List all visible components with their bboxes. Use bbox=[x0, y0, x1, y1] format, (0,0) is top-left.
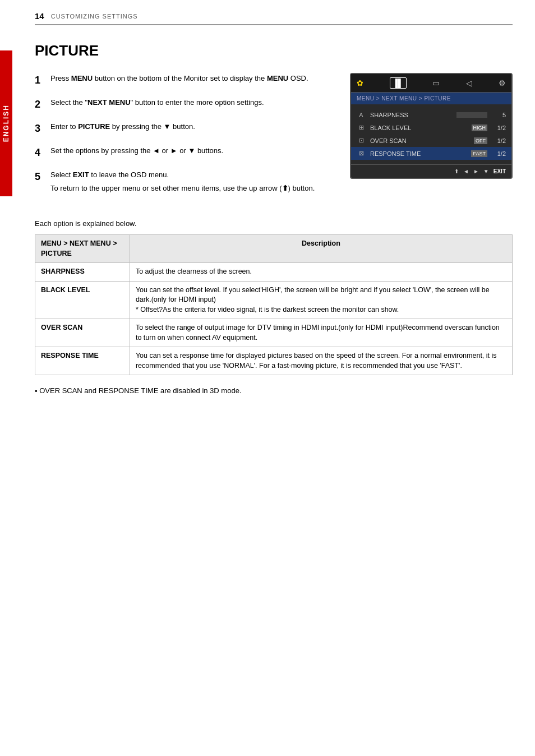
note-text: OVER SCAN and RESPONSE TIME are disabled… bbox=[35, 386, 513, 395]
osd-tag-black-level: HIGH bbox=[472, 125, 488, 131]
row-black-level-desc: You can set the offset level. If you sel… bbox=[130, 281, 512, 319]
description-table: MENU > NEXT MENU > PICTURE Description S… bbox=[35, 234, 513, 375]
osd-breadcrumb: MENU > NEXT MENU > PICTURE bbox=[351, 93, 511, 104]
osd-name-sharpness: SHARPNESS bbox=[370, 112, 452, 118]
osd-container: ✿ ▐▌ ▭ ◁ ⚙ MENU > NEXT MENU > PICTURE A … bbox=[350, 73, 513, 202]
osd-icon-monitor: ▭ bbox=[432, 79, 440, 87]
osd-val-over-scan: 1/2 bbox=[492, 137, 506, 144]
language-sidebar: ENGLISH bbox=[0, 50, 12, 196]
osd-val-response-time: 1/2 bbox=[492, 150, 506, 157]
osd-bottom-bar: ⬆ ◄ ► ▼ EXIT bbox=[351, 164, 511, 178]
step-num-3: 3 bbox=[35, 121, 45, 136]
osd-nav-down: ▼ bbox=[483, 168, 489, 174]
step-num-5: 5 bbox=[35, 169, 45, 193]
two-column-layout: 1 Press MENU button on the bottom of the… bbox=[35, 73, 513, 202]
osd-nav-right: ► bbox=[473, 168, 479, 174]
step-text-1: Press MENU button on the bottom of the M… bbox=[50, 73, 308, 88]
osd-menu-items: A SHARPNESS 5 ⊞ BLACK LEVEL HIGH 1/2 bbox=[351, 104, 511, 164]
osd-screen: ✿ ▐▌ ▭ ◁ ⚙ MENU > NEXT MENU > PICTURE A … bbox=[350, 73, 513, 179]
step-num-2: 2 bbox=[35, 97, 45, 112]
osd-tag-over-scan: OFF bbox=[474, 137, 487, 144]
col2-header: Description bbox=[130, 235, 512, 263]
osd-nav-back: ⬆ bbox=[454, 168, 459, 174]
row-over-scan-desc: To select the range of output image for … bbox=[130, 319, 512, 347]
osd-icon-black-level: ⊞ bbox=[357, 124, 366, 131]
osd-row-sharpness: A SHARPNESS 5 bbox=[351, 109, 511, 121]
osd-icon-over-scan: ⊡ bbox=[357, 137, 366, 144]
osd-row-black-level: ⊞ BLACK LEVEL HIGH 1/2 bbox=[351, 121, 511, 134]
step-text-2: Select the "NEXT MENU" button to enter t… bbox=[50, 97, 264, 112]
table-row: OVER SCAN To select the range of output … bbox=[35, 319, 513, 347]
osd-val-black-level: 1/2 bbox=[492, 125, 506, 131]
step-5: 5 Select EXIT to leave the OSD menu. To … bbox=[35, 169, 333, 193]
table-row: RESPONSE TIME You can set a response tim… bbox=[35, 347, 513, 375]
page-title-header: CUSTOMIZING SETTINGS bbox=[51, 13, 138, 20]
row-black-level-name: BLACK LEVEL bbox=[35, 281, 130, 319]
osd-exit-button: EXIT bbox=[494, 168, 506, 174]
section-title: PICTURE bbox=[35, 42, 513, 59]
language-label: ENGLISH bbox=[2, 104, 10, 142]
step-text-4: Set the options by pressing the ◄ or ► o… bbox=[50, 145, 223, 160]
osd-icon-settings: ⚙ bbox=[499, 79, 506, 87]
osd-top-bar: ✿ ▐▌ ▭ ◁ ⚙ bbox=[351, 74, 511, 93]
step-4: 4 Set the options by pressing the ◄ or ►… bbox=[35, 145, 333, 160]
step-num-1: 1 bbox=[35, 73, 45, 88]
step-text-3: Enter to PICTURE by pressing the ▼ butto… bbox=[50, 121, 195, 136]
osd-val-sharpness: 5 bbox=[492, 112, 506, 118]
main-content: 14 CUSTOMIZING SETTINGS PICTURE 1 Press … bbox=[12, 0, 535, 406]
row-response-time-desc: You can set a response time for displaye… bbox=[130, 347, 512, 375]
osd-name-over-scan: OVER SCAN bbox=[370, 137, 469, 144]
row-response-time-name: RESPONSE TIME bbox=[35, 347, 130, 375]
table-header-row: MENU > NEXT MENU > PICTURE Description bbox=[35, 235, 513, 263]
row-sharpness-desc: To adjust the clearness of the screen. bbox=[130, 263, 512, 282]
osd-bar-sharpness bbox=[456, 112, 487, 118]
osd-icon-response-time: ⊠ bbox=[357, 150, 366, 157]
step-num-4: 4 bbox=[35, 145, 45, 160]
step-3: 3 Enter to PICTURE by pressing the ▼ but… bbox=[35, 121, 333, 136]
osd-icon-brightness: ✿ bbox=[357, 79, 363, 87]
osd-name-black-level: BLACK LEVEL bbox=[370, 125, 467, 131]
step-text-5: Select EXIT to leave the OSD menu. To re… bbox=[50, 169, 315, 193]
osd-row-response-time: ⊠ RESPONSE TIME FAST 1/2 bbox=[351, 147, 511, 160]
table-row: SHARPNESS To adjust the clearness of the… bbox=[35, 263, 513, 282]
osd-icon-sharpness: A bbox=[357, 112, 366, 118]
row-sharpness-name: SHARPNESS bbox=[35, 263, 130, 282]
col1-header: MENU > NEXT MENU > PICTURE bbox=[35, 235, 130, 263]
instructions-panel: 1 Press MENU button on the bottom of the… bbox=[35, 73, 333, 202]
page-number: 14 bbox=[35, 11, 44, 21]
osd-row-over-scan: ⊡ OVER SCAN OFF 1/2 bbox=[351, 134, 511, 147]
table-row: BLACK LEVEL You can set the offset level… bbox=[35, 281, 513, 319]
step-1: 1 Press MENU button on the bottom of the… bbox=[35, 73, 333, 88]
page-header: 14 CUSTOMIZING SETTINGS bbox=[35, 11, 513, 25]
steps-list: 1 Press MENU button on the bottom of the… bbox=[35, 73, 333, 193]
osd-nav-left: ◄ bbox=[463, 168, 469, 174]
explanation-intro: Each option is explained below. bbox=[35, 219, 513, 228]
osd-tag-response-time: FAST bbox=[471, 150, 487, 157]
osd-icon-picture: ▐▌ bbox=[390, 77, 407, 89]
osd-icon-audio: ◁ bbox=[466, 79, 472, 87]
osd-name-response-time: RESPONSE TIME bbox=[370, 150, 467, 157]
row-over-scan-name: OVER SCAN bbox=[35, 319, 130, 347]
step-2: 2 Select the "NEXT MENU" button to enter… bbox=[35, 97, 333, 112]
